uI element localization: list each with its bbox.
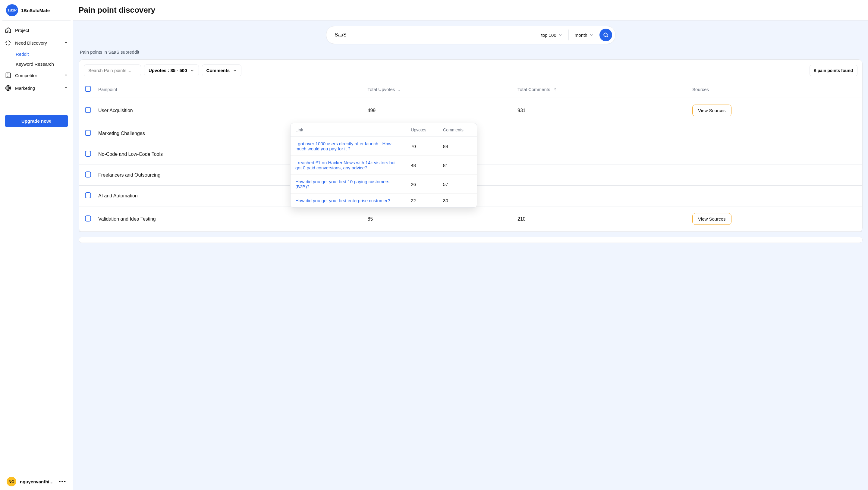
- cell-comments: 931: [514, 98, 689, 123]
- painpoint-search-input[interactable]: [84, 64, 141, 76]
- view-sources-button[interactable]: View Sources: [692, 104, 731, 116]
- search-button[interactable]: [599, 29, 612, 41]
- col-comments[interactable]: Total Comments: [514, 81, 689, 98]
- col-comments-label: Total Comments: [518, 87, 550, 92]
- brand-name: 1BnSoloMate: [21, 8, 50, 13]
- svg-rect-0: [6, 73, 10, 78]
- comments-filter-button[interactable]: Comments: [202, 64, 242, 76]
- username: nguyenvanthiep...: [20, 479, 55, 484]
- row-checkbox[interactable]: [85, 172, 91, 178]
- pop-col-upvotes: Upvotes: [406, 123, 438, 137]
- period-filter-select[interactable]: month: [570, 30, 598, 41]
- upgrade-button[interactable]: Upgrade now!: [5, 115, 68, 127]
- chevron-down-icon: [190, 68, 194, 73]
- source-link[interactable]: I got over 1000 users directly after lau…: [296, 141, 392, 151]
- row-checkbox[interactable]: [85, 151, 91, 157]
- period-filter-label: month: [575, 33, 587, 38]
- sidebar-item-competitor[interactable]: Competitor: [2, 69, 70, 82]
- brand-badge: 1B1P: [6, 4, 18, 16]
- sort-desc-icon: ↓: [398, 87, 401, 92]
- cell-comments: 81: [438, 156, 477, 175]
- row-checkbox[interactable]: [85, 215, 91, 221]
- sidebar-item-label: Competitor: [15, 73, 37, 78]
- divider: [535, 30, 535, 40]
- popover-row: I got over 1000 users directly after lau…: [290, 137, 477, 156]
- source-link[interactable]: How did you get your first 10 paying cus…: [296, 179, 390, 189]
- chevron-down-icon: [589, 33, 593, 37]
- chevron-down-icon: [558, 33, 562, 37]
- cell-upvotes: 48: [406, 156, 438, 175]
- sidebar-subitem-keyword-research[interactable]: Keyword Research: [16, 59, 70, 69]
- sidebar-footer: NG nguyenvanthiep... •••: [2, 473, 70, 490]
- avatar: NG: [7, 477, 16, 486]
- nav: Project Need Discovery Reddit Keyword Re…: [0, 21, 73, 473]
- topic-search-input[interactable]: [330, 29, 533, 41]
- popover-row: How did you get your first 10 paying cus…: [290, 175, 477, 194]
- col-upvotes[interactable]: Total Upvotes ↓: [364, 81, 514, 98]
- svg-point-2: [7, 87, 9, 89]
- cell-upvotes: 85: [364, 207, 514, 232]
- target-icon: [5, 85, 11, 91]
- sidebar-item-need-discovery[interactable]: Need Discovery: [2, 36, 70, 49]
- chevron-down-icon: [64, 73, 68, 78]
- cell-comments: [514, 186, 689, 207]
- cell-upvotes: 70: [406, 137, 438, 156]
- sidebar-subitem-reddit[interactable]: Reddit: [16, 49, 70, 59]
- main: Pain point discovery top 100 month: [73, 0, 868, 490]
- results-count: 6 pain points found: [809, 65, 858, 76]
- svg-point-3: [8, 88, 9, 89]
- sources-popover: Link Upvotes Comments I got over 1000 us…: [290, 123, 477, 208]
- cell-upvotes: 26: [406, 175, 438, 194]
- sidebar-item-project[interactable]: Project: [2, 24, 70, 36]
- cell-painpoint: Validation and Idea Testing: [95, 207, 364, 232]
- svg-point-1: [6, 86, 11, 91]
- view-sources-button[interactable]: View Sources: [692, 213, 731, 225]
- chevron-down-icon: [233, 68, 237, 73]
- svg-point-4: [604, 33, 607, 36]
- chevron-down-icon: [64, 86, 68, 91]
- need-discovery-submenu: Reddit Keyword Research: [2, 49, 70, 69]
- search-card: top 100 month: [326, 26, 615, 44]
- brand: 1B1P 1BnSoloMate: [2, 0, 70, 21]
- cell-comments: [514, 123, 689, 144]
- cell-painpoint: User Acquisition: [95, 98, 364, 123]
- sidebar-item-label: Project: [15, 28, 29, 33]
- pop-col-comments: Comments: [438, 123, 477, 137]
- user-menu-button[interactable]: •••: [59, 479, 66, 485]
- cell-comments: 30: [438, 194, 477, 208]
- table-row: Validation and Idea Testing85210View Sou…: [79, 207, 862, 232]
- select-all-checkbox[interactable]: [85, 86, 91, 92]
- row-checkbox[interactable]: [85, 130, 91, 136]
- cell-comments: [514, 144, 689, 165]
- home-icon: [5, 27, 11, 33]
- panel-toolbar: Upvotes : 85 - 500 Comments 6 pain point…: [79, 60, 862, 81]
- col-painpoint[interactable]: Painpoint: [95, 81, 364, 98]
- chevron-down-icon: [64, 40, 68, 45]
- sidebar-item-marketing[interactable]: Marketing: [2, 82, 70, 94]
- sidebar-item-label: Need Discovery: [15, 40, 47, 45]
- source-link[interactable]: I reached #1 on Hacker News with 14k vis…: [296, 160, 396, 170]
- search-icon: [603, 32, 609, 38]
- cell-comments: [514, 165, 689, 186]
- row-checkbox[interactable]: [85, 107, 91, 113]
- upvotes-filter-label: Upvotes : 85 - 500: [149, 68, 187, 73]
- divider: [568, 30, 569, 40]
- comments-filter-label: Comments: [207, 68, 230, 73]
- table-row: User Acquisition499931View Sources: [79, 98, 862, 123]
- page-header: Pain point discovery: [73, 0, 868, 21]
- cell-comments: 57: [438, 175, 477, 194]
- cell-comments: 84: [438, 137, 477, 156]
- sparkle-icon: [5, 39, 11, 46]
- cell-upvotes: 22: [406, 194, 438, 208]
- sort-icon: [553, 87, 557, 92]
- page-title: Pain point discovery: [79, 5, 863, 15]
- cell-comments: 210: [514, 207, 689, 232]
- popover-row: How did you get your first enterprise cu…: [290, 194, 477, 208]
- cell-upvotes: 499: [364, 98, 514, 123]
- row-checkbox[interactable]: [85, 192, 91, 198]
- source-link[interactable]: How did you get your first enterprise cu…: [296, 198, 390, 203]
- popover-row: I reached #1 on Hacker News with 14k vis…: [290, 156, 477, 175]
- top-filter-select[interactable]: top 100: [537, 30, 567, 41]
- upvotes-filter-button[interactable]: Upvotes : 85 - 500: [144, 64, 199, 76]
- building-icon: [5, 72, 11, 79]
